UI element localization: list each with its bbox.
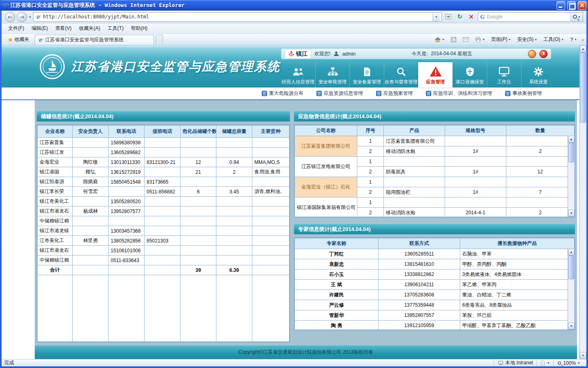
minimize-button[interactable] — [557, 1, 565, 10]
nav-item-record[interactable]: 安全备案管理 — [350, 62, 384, 88]
table-row[interactable]: 金海宏业陶红暾1301301133083121300-21120.94MMA,M… — [38, 157, 290, 167]
maximize-button[interactable] — [567, 1, 576, 10]
nav-item-approval[interactable]: 安全审批管理 — [315, 62, 350, 88]
scrollbar-thumb[interactable] — [568, 143, 574, 162]
scroll-down-button[interactable]: ▼ — [568, 210, 575, 217]
cell — [216, 256, 252, 265]
table-row[interactable]: 镇江港国顾弘13615272919212食用油,食用 — [38, 167, 290, 177]
menu-tools[interactable]: 工具(T) — [104, 24, 127, 33]
table-row[interactable]: 王 斌13906104211苯乙烯、甲苯丙 — [295, 280, 575, 290]
table-row[interactable]: 镇江港国际集装箱有限公司1 — [295, 197, 575, 208]
home-page-icon[interactable] — [528, 50, 536, 58]
nav-item-operators[interactable]: 经营人信息管理 — [281, 62, 315, 88]
home-button[interactable]: ▼ — [433, 36, 446, 43]
table-row[interactable]: 石小玉133388128623类易燃液体、4类易燃固体 — [295, 269, 575, 280]
scroll-up-button[interactable]: ▲ — [568, 136, 575, 143]
subnav-item-plan-mgmt[interactable]: 应急预案管理 — [376, 90, 413, 97]
menu-favorites[interactable]: 收藏夹(A) — [76, 24, 103, 33]
scroll-up-button[interactable]: ▲ — [580, 45, 586, 52]
table-row[interactable]: 江苏镇江发13605289682 — [38, 148, 290, 157]
table-row[interactable]: 镇江奇美化工13505280520 — [38, 197, 290, 206]
stop-button[interactable]: × — [466, 12, 476, 22]
table-row[interactable]: 中储粮镇江粮0511-833643 — [38, 256, 290, 265]
scroll-up-button[interactable]: ▲ — [568, 249, 575, 256]
menu-file[interactable]: 文件(F) — [5, 24, 27, 33]
tab-active[interactable]: e 江苏省港口安全监管与应急管理系统 — [35, 35, 154, 45]
nav-item-port-security[interactable]: 港口设施保安 — [452, 62, 487, 88]
menu-view[interactable]: 查看(V) — [52, 24, 75, 33]
refresh-button[interactable]: ↻ — [455, 12, 465, 22]
nav-item-inspection[interactable]: 自查与督查管理 — [384, 62, 418, 88]
protected-mode-button[interactable]: ▼ — [537, 359, 553, 366]
home-dropdown-icon[interactable]: ▼ — [442, 38, 445, 41]
favorites-button[interactable]: ★ 收藏夹 — [4, 34, 33, 45]
nav-item-settings[interactable]: 系统设置 — [521, 62, 555, 88]
forward-button[interactable]: → — [17, 12, 27, 22]
experts-tbody: 丁邦红13605285511石脑油、甲苯袁新忠13815481610甲醇、异丙醇… — [295, 249, 575, 331]
table-row[interactable]: 丁邦红13605285511石脑油、甲苯 — [295, 249, 575, 259]
menu-help[interactable]: 帮助(H) — [128, 24, 151, 33]
scrollbar-track[interactable] — [568, 143, 575, 210]
table-row[interactable]: 金海宏业（镇江）石化1 — [295, 177, 575, 187]
scrollbar-thumb[interactable] — [580, 52, 586, 123]
table-row[interactable]: 严云修137753594486类毒害品、8类腐蚀品 — [295, 300, 575, 310]
nav-item-workbench[interactable]: 工作台 — [487, 62, 521, 88]
scroll-down-button[interactable]: ▼ — [580, 352, 586, 359]
address-dropdown-button[interactable]: ▼ — [432, 13, 440, 21]
print-button[interactable]: ▼ — [473, 36, 487, 43]
subnav-item-hazard-distribution[interactable]: 重大危险源分布 — [262, 90, 303, 97]
table-row[interactable]: 镇江市港龙镇13003457368 — [38, 226, 290, 236]
close-button[interactable] — [578, 1, 586, 10]
table-row[interactable]: 镇江市港龙石杨成林13952807577 — [38, 206, 290, 216]
cell — [180, 138, 216, 148]
search-input[interactable]: Google — [487, 14, 568, 20]
address-field[interactable]: e http://localhost:8080/yjpt/Main.html ▼ — [33, 12, 442, 22]
table-row[interactable]: 镇江李长荣何雪宏0511-85688263.45沥青,燃料油, — [38, 187, 290, 197]
table-row[interactable]: 江苏镇江发电有限公司1 — [295, 157, 575, 167]
materials-panel: 应急物资信息统计(截止2014.04.04) 公司名称序号产品规格型号数量 江苏… — [294, 111, 575, 217]
table-row[interactable]: 袁新忠13815481610甲醇、异丙醇、丙酮 — [295, 259, 575, 269]
nav-item-emergency[interactable]: 应急管理 — [418, 62, 452, 88]
security-menu-button[interactable]: 安全(S) ▼ — [516, 35, 539, 44]
scroll-down-button[interactable]: ▼ — [568, 323, 575, 330]
scrollbar-thumb[interactable] — [568, 256, 574, 279]
help-button[interactable]: ?▼ — [568, 36, 579, 43]
scrollbar-track[interactable] — [580, 52, 586, 352]
overflow-chevron-icon[interactable]: » — [581, 37, 584, 42]
mail-button[interactable] — [461, 36, 470, 43]
table-row[interactable]: 管新华13952807557苯胺、环己烷 — [295, 310, 575, 321]
search-button[interactable]: ▼ — [570, 13, 583, 21]
total-row[interactable]: 合计396.39 — [38, 265, 290, 275]
compatibility-view-button[interactable] — [443, 12, 453, 22]
history-dropdown-icon[interactable]: ▼ — [29, 16, 31, 18]
zone-indicator[interactable]: 本地 Intranet — [494, 359, 537, 366]
new-tab-button[interactable] — [156, 35, 163, 45]
subnav-item-case-mgmt[interactable]: 事故案例管理 — [505, 90, 542, 97]
table-row[interactable]: 中储粮镇江粮 — [38, 216, 290, 226]
table-row[interactable]: 陶 勇13912105959甲缩醛、甲基异丁基酮、乙酸乙酯 — [295, 321, 575, 331]
experts-scrollbar[interactable]: ▲ ▼ — [568, 249, 575, 330]
page-menu-button[interactable]: 页面(P) ▼ — [490, 35, 513, 44]
materials-scrollbar[interactable]: ▲ ▼ — [568, 136, 575, 217]
back-button[interactable]: ← — [5, 12, 15, 22]
tools-menu-button[interactable]: 工具(O) ▼ — [542, 35, 566, 44]
print-dropdown-icon[interactable]: ▼ — [482, 38, 485, 41]
table-row[interactable]: 江奇美化工林坚勇1380528285685021303 — [38, 236, 290, 246]
search-dropdown-icon[interactable]: ▼ — [578, 16, 581, 18]
table-row[interactable]: 镇江市港龙石15106101006 — [38, 246, 290, 256]
feeds-button[interactable] — [449, 36, 458, 43]
zoom-control[interactable]: 100% ▼ — [553, 359, 584, 366]
table-row[interactable]: 镇江恒泰沥陈炳庭1585045154883173665 — [38, 177, 290, 187]
table-row[interactable]: 江苏索普集15896380938 — [38, 138, 290, 148]
table-row[interactable]: 许建民13705283608重油、白蜡油、丁二烯 — [295, 290, 575, 300]
search-box[interactable]: G Google ▼ — [478, 12, 583, 22]
logout-icon[interactable] — [539, 50, 548, 58]
menu-edit[interactable]: 编辑(E) — [28, 24, 51, 33]
subnav-item-training[interactable]: 应急培训、演练和演习管理 — [426, 90, 492, 97]
page-scrollbar[interactable]: ▲ ▼ — [579, 45, 586, 359]
table-row[interactable]: 江苏索普集团有限公司1江苏索普集团有限公司 — [295, 136, 575, 146]
city-selector[interactable]: 镇江 — [285, 49, 311, 59]
scrollbar-track[interactable] — [568, 256, 575, 323]
subnav-item-resource-info[interactable]: 应急资源信息管理 — [316, 90, 363, 97]
url-text[interactable]: http://localhost:8080/yjpt/Main.html — [43, 14, 430, 20]
